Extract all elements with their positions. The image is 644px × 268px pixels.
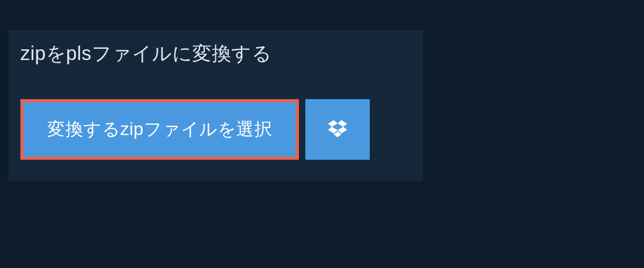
dropbox-icon bbox=[328, 120, 347, 139]
select-file-button[interactable]: 変換するzipファイルを選択 bbox=[20, 99, 299, 160]
title-bar: zipをplsファイルに変換する bbox=[9, 30, 325, 78]
converter-panel: zipをplsファイルに変換する 変換するzipファイルを選択 bbox=[9, 30, 423, 181]
dropbox-button[interactable] bbox=[305, 99, 370, 160]
button-row: 変換するzipファイルを選択 bbox=[20, 99, 423, 160]
page-title: zipをplsファイルに変換する bbox=[20, 41, 313, 67]
